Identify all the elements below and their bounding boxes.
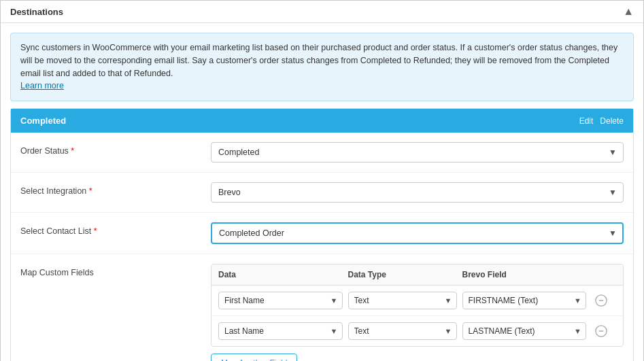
info-box-text: Sync customers in WooCommerce with your … (20, 43, 617, 78)
order-status-control: Completed Processing Pending Refunded Ca… (211, 142, 624, 162)
data-field-select-1: First Name Last Name Email Phone ▼ (218, 292, 343, 309)
map-another-field-button[interactable]: Map Another Field (211, 354, 297, 361)
form-body: Order Status * Completed Processing Pend… (11, 133, 633, 361)
header-brevo-field: Brevo Field (462, 270, 587, 279)
remove-row-2-icon (595, 325, 607, 337)
integration-select-wrapper: Brevo Mailchimp ActiveCampaign ▼ (211, 182, 624, 203)
contact-list-control: Completed Order Newsletter Promotions ▼ (211, 222, 624, 244)
select-contact-list-label: Select Contact List * (20, 222, 211, 236)
data-type-select-1: Text Number Date ▼ (348, 292, 457, 309)
panel-title: Destinations (10, 7, 63, 17)
info-box: Sync customers in WooCommerce with your … (10, 33, 634, 101)
header-data-type: Data Type (348, 270, 457, 279)
data-type-1[interactable]: Text Number Date (348, 292, 457, 309)
destination-header: Completed Edit Delete (11, 109, 633, 133)
remove-row-1-icon (595, 294, 607, 307)
select-contact-list-row: Select Contact List * Completed Order Ne… (11, 213, 633, 254)
select-integration-row: Select Integration * Brevo Mailchimp Act… (11, 173, 633, 213)
map-custom-fields-control: Data Data Type Brevo Field First Name La… (211, 264, 624, 361)
select-integration-control: Brevo Mailchimp ActiveCampaign ▼ (211, 182, 624, 203)
order-status-select-wrapper: Completed Processing Pending Refunded Ca… (211, 142, 624, 162)
table-row: First Name Last Name Email Phone ▼ Text (211, 286, 623, 316)
brevo-field-select-2: FIRSTNAME (Text) LASTNAME (Text) EMAIL (… (462, 322, 587, 340)
order-status-label: Order Status * (20, 142, 211, 156)
select-integration-label: Select Integration * (20, 182, 211, 196)
panel-collapse-button[interactable]: ▲ (623, 6, 634, 17)
remove-row-2-button[interactable] (592, 322, 611, 341)
learn-more-link[interactable]: Learn more (20, 81, 64, 90)
order-status-row: Order Status * Completed Processing Pend… (11, 133, 633, 173)
header-remove (592, 270, 616, 279)
destination-header-actions: Edit Delete (579, 116, 624, 126)
remove-row-1-button[interactable] (592, 291, 611, 310)
data-type-select-2: Text Number Date ▼ (348, 322, 457, 340)
edit-link[interactable]: Edit (579, 116, 594, 126)
contact-list-select[interactable]: Completed Order Newsletter Promotions (211, 222, 624, 244)
map-custom-fields-label: Map Custom Fields (20, 264, 211, 277)
data-select-1[interactable]: First Name Last Name Email Phone (218, 292, 343, 309)
table-row: First Name Last Name Email Phone ▼ Text (211, 316, 623, 346)
panel-header: Destinations ▲ (1, 1, 643, 23)
order-status-select[interactable]: Completed Processing Pending Refunded Ca… (211, 142, 624, 162)
map-fields-header: Data Data Type Brevo Field (211, 264, 623, 286)
data-type-2[interactable]: Text Number Date (348, 322, 457, 340)
data-field-select-2: First Name Last Name Email Phone ▼ (218, 322, 343, 340)
delete-link[interactable]: Delete (600, 116, 624, 126)
data-select-2[interactable]: First Name Last Name Email Phone (218, 322, 343, 340)
map-fields-table: Data Data Type Brevo Field First Name La… (211, 264, 624, 347)
brevo-field-select-1: FIRSTNAME (Text) LASTNAME (Text) EMAIL (… (462, 292, 587, 309)
brevo-field-1[interactable]: FIRSTNAME (Text) LASTNAME (Text) EMAIL (… (462, 292, 587, 309)
map-custom-fields-row: Map Custom Fields Data Data Type Brevo F… (11, 254, 633, 361)
header-data: Data (218, 270, 343, 279)
destination-header-title: Completed (20, 116, 66, 126)
brevo-field-2[interactable]: FIRSTNAME (Text) LASTNAME (Text) EMAIL (… (462, 322, 587, 340)
integration-select[interactable]: Brevo Mailchimp ActiveCampaign (211, 182, 624, 203)
destination-section: Completed Edit Delete Order Status * Com… (10, 108, 634, 361)
contact-list-select-wrapper: Completed Order Newsletter Promotions ▼ (211, 222, 624, 244)
